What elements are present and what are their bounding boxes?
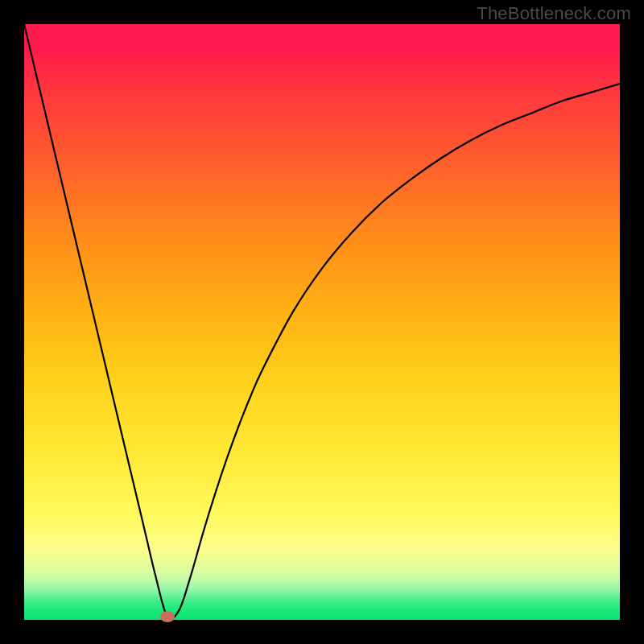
chart-frame: TheBottleneck.com — [0, 0, 644, 644]
minimum-marker — [160, 611, 175, 622]
watermark-text: TheBottleneck.com — [477, 3, 631, 24]
bottleneck-curve — [24, 24, 620, 620]
plot-area — [24, 24, 620, 620]
